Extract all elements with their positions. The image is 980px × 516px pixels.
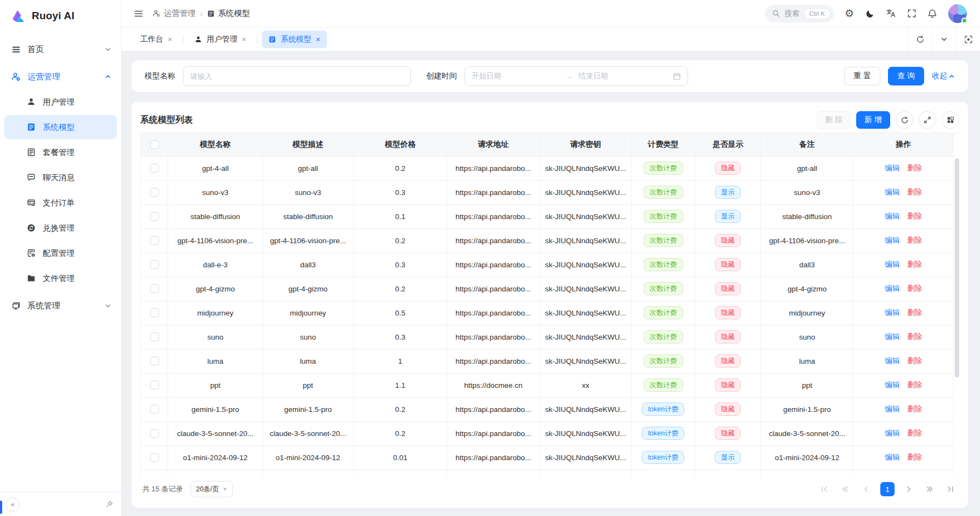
edit-link[interactable]: 编辑 — [885, 308, 899, 318]
expand-table-icon[interactable] — [919, 111, 936, 129]
visibility-badge: 显示 — [715, 210, 741, 223]
breadcrumb-item-system-model[interactable]: 系统模型 — [207, 8, 250, 19]
sidebar-item-chat-messages[interactable]: 聊天消息 — [4, 165, 117, 190]
cell-model-name: o1-mini-2024-09-12 — [168, 445, 262, 469]
bell-icon[interactable] — [927, 9, 937, 19]
breadcrumb-item-operations[interactable]: 运营管理 — [152, 8, 196, 19]
translate-icon[interactable] — [886, 8, 896, 19]
sidebar-item-home[interactable]: 首页 — [4, 37, 117, 61]
refresh-icon[interactable] — [908, 27, 932, 51]
delete-link[interactable]: 删除 — [907, 404, 922, 414]
next-page-icon[interactable] — [902, 483, 915, 496]
current-page[interactable]: 1 — [880, 482, 895, 496]
sidebar-item-package-management[interactable]: 套餐管理 — [4, 140, 117, 164]
edit-link[interactable]: 编辑 — [885, 211, 899, 221]
delete-link[interactable]: 删除 — [907, 428, 922, 438]
hamburger-menu-icon[interactable] — [134, 9, 144, 19]
row-checkbox[interactable] — [150, 381, 159, 389]
last-page-icon[interactable] — [944, 483, 957, 496]
reset-button[interactable]: 重 置 — [844, 67, 880, 85]
tab-workbench[interactable]: 工作台 × — [134, 31, 179, 48]
column-header: 请求地址 — [447, 133, 540, 156]
close-icon[interactable]: × — [316, 35, 320, 44]
row-checkbox[interactable] — [150, 260, 159, 269]
delete-link[interactable]: 删除 — [907, 332, 922, 342]
sidebar-item-system-model[interactable]: 系统模型 — [4, 115, 117, 139]
fast-next-icon[interactable] — [923, 483, 936, 496]
billing-type-badge: token计费 — [642, 427, 685, 440]
sidebar-collapse-button[interactable]: « — [5, 497, 20, 512]
sidebar-item-file-management[interactable]: 文件管理 — [4, 266, 117, 290]
chevron-down-icon[interactable] — [932, 27, 956, 51]
cell-model-price: 1.1 — [353, 373, 447, 397]
delete-link[interactable]: 删除 — [907, 236, 922, 245]
tab-system-model[interactable]: 系统模型 × — [262, 31, 326, 48]
content-fullscreen-icon[interactable] — [956, 27, 980, 51]
delete-link[interactable]: 删除 — [907, 211, 922, 221]
sidebar-item-user-management[interactable]: 用户管理 — [4, 90, 117, 114]
date-start-placeholder: 开始日期 — [472, 71, 560, 81]
query-button[interactable]: 查 询 — [888, 67, 924, 85]
delete-link[interactable]: 删除 — [907, 308, 922, 318]
delete-link[interactable]: 删除 — [907, 356, 922, 366]
edit-link[interactable]: 编辑 — [885, 428, 899, 438]
date-range-picker[interactable]: 开始日期 → 结束日期 — [465, 66, 688, 86]
close-icon[interactable]: × — [242, 35, 246, 44]
edit-link[interactable]: 编辑 — [885, 187, 899, 197]
edit-link[interactable]: 编辑 — [885, 284, 899, 294]
row-checkbox[interactable] — [150, 188, 159, 197]
edge-decoration — [0, 501, 2, 514]
sidebar-item-system-management[interactable]: 系统管理 — [4, 294, 117, 318]
sidebar-item-payment-orders[interactable]: 支付订单 — [4, 191, 117, 215]
delete-link[interactable]: 删除 — [907, 187, 922, 197]
delete-link[interactable]: 删除 — [907, 380, 922, 390]
delete-button[interactable]: 删 除 — [817, 111, 851, 129]
edit-link[interactable]: 编辑 — [885, 356, 899, 366]
page-size-select[interactable]: 20条/页 ▼ — [191, 481, 233, 497]
model-name-input[interactable] — [183, 66, 411, 86]
sidebar-item-config-management[interactable]: 配置管理 — [4, 241, 117, 265]
delete-link[interactable]: 删除 — [907, 260, 922, 270]
edit-link[interactable]: 编辑 — [885, 404, 899, 414]
row-checkbox[interactable] — [150, 357, 159, 365]
edit-link[interactable]: 编辑 — [885, 163, 899, 173]
dark-mode-moon-icon[interactable] — [865, 9, 875, 19]
prev-page-icon[interactable] — [859, 483, 873, 496]
row-checkbox[interactable] — [150, 236, 159, 245]
delete-link[interactable]: 删除 — [907, 284, 922, 294]
row-checkbox[interactable] — [150, 429, 159, 438]
fullscreen-icon[interactable] — [907, 9, 916, 18]
sidebar-item-exchange-management[interactable]: 兑换管理 — [4, 216, 117, 240]
add-button[interactable]: 新 增 — [856, 111, 890, 129]
row-checkbox[interactable] — [150, 164, 159, 173]
refresh-icon[interactable] — [896, 111, 913, 129]
edit-link[interactable]: 编辑 — [885, 332, 899, 342]
tab-user-management[interactable]: 用户管理 × — [188, 31, 253, 48]
edit-link[interactable]: 编辑 — [885, 236, 899, 245]
delete-link[interactable]: 删除 — [907, 452, 922, 462]
edit-link[interactable]: 编辑 — [885, 260, 899, 270]
row-checkbox[interactable] — [150, 284, 159, 293]
pin-icon[interactable] — [105, 500, 113, 508]
collapse-filter-link[interactable]: 收起 — [932, 71, 955, 81]
avatar[interactable] — [948, 4, 967, 23]
row-checkbox[interactable] — [150, 332, 159, 341]
settings-gear-icon[interactable]: ⚙ — [845, 8, 854, 19]
close-icon[interactable]: × — [168, 35, 172, 44]
edit-link[interactable]: 编辑 — [885, 380, 899, 390]
fast-prev-icon[interactable] — [839, 483, 852, 496]
brand[interactable]: Ruoyi AI — [0, 0, 121, 32]
global-search[interactable]: 搜索 Ctrl K — [765, 5, 834, 22]
row-checkbox[interactable] — [150, 308, 159, 317]
row-checkbox[interactable] — [150, 453, 159, 462]
select-all-checkbox[interactable] — [150, 140, 159, 149]
table-scrollbar[interactable] — [955, 158, 959, 377]
edit-link[interactable]: 编辑 — [885, 452, 899, 462]
sidebar-item-operations[interactable]: 运营管理 — [4, 65, 117, 89]
row-checkbox[interactable] — [150, 405, 159, 414]
first-page-icon[interactable] — [818, 483, 831, 496]
cell-remark: suno — [761, 325, 853, 349]
column-settings-icon[interactable] — [942, 111, 959, 129]
delete-link[interactable]: 删除 — [907, 163, 922, 173]
row-checkbox[interactable] — [150, 212, 159, 221]
